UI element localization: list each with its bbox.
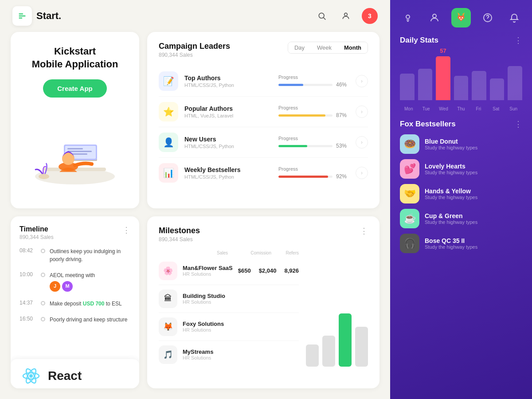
- campaign-subtitle: 890,344 Sales: [159, 52, 230, 58]
- daily-stats-bar-col: [508, 51, 522, 100]
- campaign-row: 👤 New Users HTML/CSS/JS, Python Progress…: [159, 127, 368, 158]
- campaign-row-info: Popular Authors HTML, VueJS, Laravel: [184, 105, 272, 118]
- timeline-time: 08:42: [20, 247, 36, 254]
- svg-point-3: [319, 13, 324, 18]
- milestones-options-button[interactable]: ⋮: [360, 226, 368, 236]
- campaign-row-info: New Users HTML/CSS/JS, Python: [184, 136, 272, 149]
- svg-point-16: [39, 174, 49, 179]
- fox-bestseller-info: Lovely Hearts Study the highway types: [425, 163, 522, 175]
- tab-day[interactable]: Day: [288, 42, 311, 53]
- search-button[interactable]: [314, 8, 330, 24]
- campaign-title: Campaign Leaders: [159, 42, 230, 51]
- milestone-refers-value: 8,926: [284, 267, 299, 274]
- campaign-row-name: Top Authors: [184, 74, 272, 82]
- fox-bestseller-thumb: 🤝: [400, 184, 419, 203]
- tab-month[interactable]: Month: [338, 42, 368, 53]
- milestone-stats: $650 $2,040 8,926: [238, 267, 299, 274]
- milestone-name: Building Studio: [183, 293, 278, 299]
- profile-button[interactable]: [338, 8, 354, 24]
- milestone-bar: [355, 327, 368, 367]
- fox-bestseller-sub: Study the highway types: [425, 170, 522, 175]
- nav-question[interactable]: [478, 8, 497, 27]
- campaign-tab-group: Day Week Month: [288, 42, 368, 54]
- campaign-row-progress: Progress 87%: [278, 105, 349, 118]
- progress-bar-bg: [278, 114, 332, 117]
- campaign-row-chevron[interactable]: ›: [356, 106, 368, 118]
- timeline-content: AEOL meeting with J M: [50, 271, 95, 292]
- timeline-title: Timeline: [20, 225, 130, 233]
- milestones-header: Milestones 890,344 Sales ⋮: [159, 226, 368, 243]
- milestone-info: Foxy Solutions HR Solutions: [183, 321, 278, 332]
- fox-bestseller-thumb: 💕: [400, 159, 419, 179]
- fox-bestseller-sub: Study the highway types: [425, 244, 522, 250]
- milestone-sub: HR Solutions: [183, 355, 278, 360]
- timeline-time: 16:50: [20, 316, 36, 322]
- fox-bestseller-item: ☕ Cup & Green Study the highway types: [400, 209, 522, 228]
- milestone-info: Man&Flower SaaS HR Solutions: [183, 265, 233, 277]
- nav-fox[interactable]: [451, 8, 471, 27]
- daily-stats-day-label: Sat: [487, 106, 505, 111]
- campaign-row-tags: HTML/CSS/JS, Python: [184, 144, 272, 149]
- daily-stats-bar-col: [454, 51, 469, 100]
- progress-bar-fill: [278, 145, 307, 147]
- campaign-title-area: Campaign Leaders 890,344 Sales: [159, 42, 230, 58]
- campaign-card: Campaign Leaders 890,344 Sales Day Week …: [147, 32, 379, 208]
- create-app-button[interactable]: Create App: [43, 79, 106, 98]
- campaign-row-chevron[interactable]: ›: [356, 75, 368, 87]
- campaign-row-icon: 📝: [159, 71, 178, 91]
- nav-user[interactable]: [425, 8, 444, 27]
- progress-pct: 46%: [336, 82, 349, 88]
- campaign-header: Campaign Leaders 890,344 Sales Day Week …: [159, 42, 368, 58]
- milestone-name: MyStreams: [183, 348, 278, 355]
- react-logo-icon: [20, 365, 42, 387]
- timeline-list: 08:42 Outlines keep you indulging in poo…: [20, 247, 130, 324]
- timeline-time: 14:37: [20, 300, 36, 306]
- fox-bestseller-name: Cup & Green: [425, 212, 522, 219]
- tab-week[interactable]: Week: [311, 42, 338, 53]
- fox-bestseller-item: 💕 Lovely Hearts Study the highway types: [400, 159, 522, 179]
- campaign-row-chevron[interactable]: ›: [356, 167, 368, 179]
- timeline-item: 10:00 AEOL meeting with J M: [20, 271, 130, 292]
- daily-stats-bar: [454, 76, 469, 100]
- fox-bestseller-item: 🤝 Hands & Yellow Study the highway types: [400, 184, 522, 203]
- logo-icon: [12, 6, 32, 26]
- svg-point-21: [406, 15, 410, 19]
- campaign-row-progress: Progress 46%: [278, 74, 349, 88]
- milestone-sales: $650: [238, 267, 251, 274]
- svg-point-17: [29, 374, 33, 378]
- nav-bell[interactable]: [505, 8, 524, 27]
- daily-stats-day-label: Thu: [452, 106, 469, 111]
- timeline-content: Outlines keep you indulging in poorly dr…: [50, 247, 130, 263]
- app-title: Start.: [36, 10, 61, 22]
- progress-bar-bg: [278, 84, 332, 86]
- notification-button[interactable]: 3: [362, 8, 378, 24]
- campaign-row-icon: ⭐: [159, 102, 178, 121]
- progress-bar-bg: [278, 176, 332, 178]
- progress-bar-wrap: 92%: [278, 173, 349, 180]
- svg-point-23: [459, 17, 461, 19]
- fox-top-nav: [390, 0, 532, 35]
- header-actions: 3: [314, 8, 378, 24]
- progress-bar-fill: [278, 114, 325, 117]
- nav-lightbulb[interactable]: [398, 8, 418, 27]
- milestone-bar: [339, 313, 352, 367]
- timeline-item: 14:37 Make deposit USD 700 to ESL: [20, 300, 130, 308]
- fox-bestsellers-title: Fox Bestsellers: [400, 120, 456, 129]
- timeline-options-button[interactable]: ⋮: [122, 225, 130, 235]
- fox-bestsellers-options[interactable]: ⋮: [514, 119, 522, 129]
- right-panel: Daily Stats ⋮ 57 MonTueWedThuFriSatSun F…: [390, 0, 532, 399]
- fox-bestseller-info: Blue Donut Study the highway types: [425, 138, 522, 150]
- campaign-row-chevron[interactable]: ›: [356, 136, 368, 149]
- daily-stats-options[interactable]: ⋮: [514, 35, 522, 45]
- progress-bar-wrap: 53%: [278, 143, 349, 149]
- milestones-list: Sales Comission Refers 🌸 Man&Flower SaaS…: [159, 250, 299, 368]
- fox-bestseller-item: 🍩 Blue Donut Study the highway types: [400, 134, 522, 154]
- svg-rect-12: [67, 151, 92, 152]
- timeline-subtitle: 890,344 Sales: [20, 234, 130, 240]
- campaign-row-tags: HTML, VueJS, Laravel: [184, 113, 272, 118]
- kickstart-title: Kickstart Mobile Application: [32, 45, 118, 70]
- milestone-commission: $2,040: [259, 267, 277, 274]
- timeline-dot: [41, 301, 45, 305]
- campaign-row-progress: Progress 92%: [278, 166, 349, 180]
- milestone-info: Building Studio HR Solutions: [183, 293, 278, 305]
